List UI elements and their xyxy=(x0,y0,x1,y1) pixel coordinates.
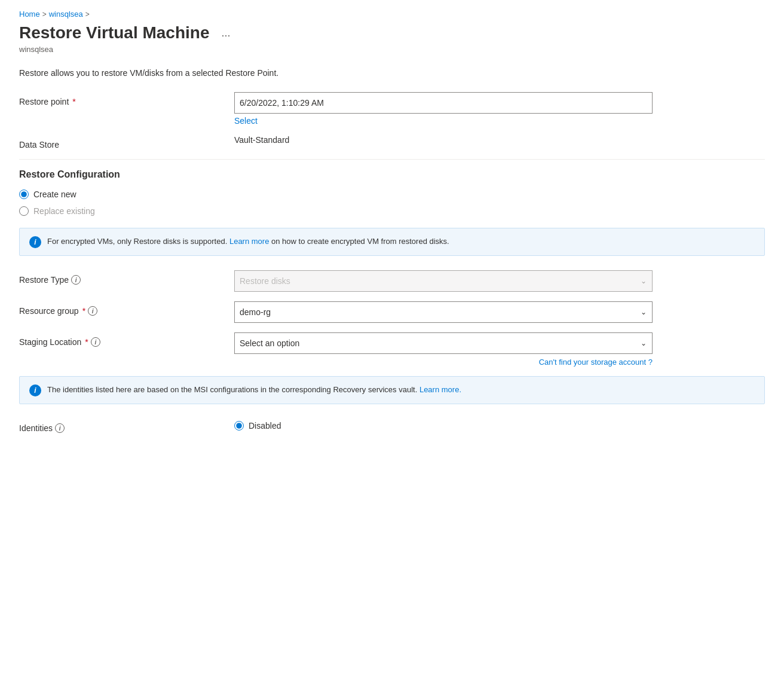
staging-location-info-icon[interactable]: i xyxy=(91,337,100,347)
data-store-row: Data Store Vault-Standard xyxy=(19,135,765,149)
staging-location-control: Select an option ⌄ Can't find your stora… xyxy=(234,332,765,367)
create-new-radio[interactable] xyxy=(19,190,29,199)
staging-location-dropdown-wrapper: Select an option ⌄ xyxy=(234,332,653,354)
breadcrumb: Home > winsqlsea > xyxy=(19,10,765,19)
create-new-label: Create new xyxy=(33,190,76,199)
identities-disabled-radio[interactable] xyxy=(234,421,244,431)
breadcrumb-home[interactable]: Home xyxy=(19,10,40,19)
breadcrumb-sep2: > xyxy=(85,10,90,19)
breadcrumb-vm[interactable]: winsqlsea xyxy=(49,10,83,19)
staging-location-required-star: * xyxy=(85,337,88,347)
divider1 xyxy=(19,159,765,160)
restore-type-control: Restore disks ⌄ xyxy=(234,270,765,292)
resource-group-label: Resource group * i xyxy=(19,301,234,316)
create-new-option[interactable]: Create new xyxy=(19,190,765,199)
replace-existing-option[interactable]: Replace existing xyxy=(19,206,765,216)
resource-group-control: demo-rg ⌄ xyxy=(234,301,765,323)
restore-type-select[interactable]: Restore disks xyxy=(234,270,653,292)
restore-type-row: Restore Type i Restore disks ⌄ xyxy=(19,270,765,292)
page-title: Restore Virtual Machine xyxy=(19,23,209,42)
restore-config-radio-group: Create new Replace existing xyxy=(19,190,765,216)
resource-group-select[interactable]: demo-rg xyxy=(234,301,653,323)
staging-location-select[interactable]: Select an option xyxy=(234,332,653,354)
identities-info-icon: i xyxy=(29,384,41,396)
form-section: Restore point * Select Data Store Vault-… xyxy=(19,92,765,433)
restore-config-heading: Restore Configuration xyxy=(19,169,765,180)
identities-label: Identities i xyxy=(19,419,234,433)
restore-type-dropdown-wrapper: Restore disks ⌄ xyxy=(234,270,653,292)
staging-location-row: Staging Location * i Select an option ⌄ … xyxy=(19,332,765,367)
staging-location-label: Staging Location * i xyxy=(19,332,234,347)
data-store-control: Vault-Standard xyxy=(234,135,765,145)
resource-group-required-star: * xyxy=(82,306,85,316)
identities-control: Disabled xyxy=(234,421,765,431)
encrypted-info-text: For encrypted VMs, only Restore disks is… xyxy=(47,236,449,248)
restore-point-label: Restore point * xyxy=(19,92,234,106)
select-link[interactable]: Select xyxy=(234,116,765,126)
resource-group-dropdown-wrapper: demo-rg ⌄ xyxy=(234,301,653,323)
restore-type-info-icon[interactable]: i xyxy=(71,275,81,285)
restore-point-row: Restore point * Select xyxy=(19,92,765,126)
identities-info-banner: i The identities listed here are based o… xyxy=(19,376,765,404)
identities-disabled-option[interactable]: Disabled xyxy=(234,421,765,431)
data-store-value: Vault-Standard xyxy=(234,130,289,145)
required-star: * xyxy=(72,97,75,106)
page-subtitle: winsqlsea xyxy=(19,45,765,54)
identities-row: Identities i Disabled xyxy=(19,419,765,433)
encrypted-learn-more-link[interactable]: Learn more xyxy=(229,237,269,246)
restore-type-label: Restore Type i xyxy=(19,270,234,285)
description-text: Restore allows you to restore VM/disks f… xyxy=(19,68,765,78)
ellipsis-button[interactable]: ... xyxy=(216,25,235,42)
restore-point-input[interactable] xyxy=(234,92,653,114)
encrypted-info-banner: i For encrypted VMs, only Restore disks … xyxy=(19,228,765,256)
identities-disabled-label: Disabled xyxy=(249,421,281,431)
resource-group-info-icon[interactable]: i xyxy=(88,306,97,316)
data-store-label: Data Store xyxy=(19,135,234,149)
breadcrumb-sep1: > xyxy=(42,10,47,19)
identities-learn-more-link[interactable]: Learn more. xyxy=(419,385,461,394)
identities-info-icon-field[interactable]: i xyxy=(55,423,65,433)
restore-point-control: Select xyxy=(234,92,765,126)
resource-group-row: Resource group * i demo-rg ⌄ xyxy=(19,301,765,323)
identities-info-text: The identities listed here are based on … xyxy=(47,384,461,396)
encrypted-info-icon: i xyxy=(29,236,41,248)
replace-existing-radio[interactable] xyxy=(19,206,29,216)
page-header: Restore Virtual Machine ... xyxy=(19,23,765,42)
replace-existing-label: Replace existing xyxy=(33,206,95,216)
cant-find-storage-link[interactable]: Can't find your storage account ? xyxy=(234,358,653,367)
